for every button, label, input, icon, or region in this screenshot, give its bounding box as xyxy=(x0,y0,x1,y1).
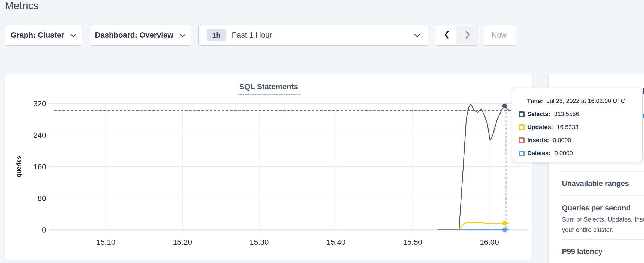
tooltip-series-row: Inserts: 0.0000 xyxy=(519,134,642,147)
svg-text:0: 0 xyxy=(42,226,46,234)
dashboard-dropdown[interactable]: Dashboard: Overview xyxy=(90,25,191,46)
svg-text:240: 240 xyxy=(33,131,46,139)
divider xyxy=(562,239,644,240)
time-window-label: Past 1 Hour xyxy=(232,31,272,39)
selects-swatch-icon xyxy=(519,111,525,117)
time-window-selector[interactable]: 1h Past 1 Hour xyxy=(198,25,429,46)
updates-swatch-icon xyxy=(519,124,525,130)
dashboard-dropdown-label: Dashboard: Overview xyxy=(95,31,173,39)
tooltip-series-row: Updates: 16.5333 xyxy=(519,121,642,134)
svg-text:15:30: 15:30 xyxy=(250,238,269,246)
tooltip-time-value: Jul 28, 2022 at 16:02:00 UTC xyxy=(547,97,625,105)
svg-text:320: 320 xyxy=(33,99,46,108)
svg-text:15:50: 15:50 xyxy=(403,238,422,246)
graph-dropdown[interactable]: Graph: Cluster xyxy=(5,25,82,46)
time-window-badge: 1h xyxy=(207,29,226,41)
tooltip-time-label: Time: xyxy=(527,97,543,105)
metrics-page: Metrics Graph: Cluster Dashboard: Overvi… xyxy=(0,0,644,263)
tooltip-time-row: Time: Jul 28, 2022 at 16:02:00 UTC xyxy=(519,95,642,107)
svg-text:160: 160 xyxy=(33,163,46,171)
sql-statements-chart[interactable]: 08016024032015:1015:2015:3015:4015:5016:… xyxy=(5,74,533,260)
now-button[interactable]: Now xyxy=(483,25,515,46)
sidebar-section-title: Queries per second xyxy=(562,204,631,212)
time-pager xyxy=(436,25,478,46)
prev-time-button[interactable] xyxy=(436,25,457,45)
chevron-down-icon xyxy=(70,31,77,39)
chart-tooltip: Time: Jul 28, 2022 at 16:02:00 UTC Selec… xyxy=(512,88,643,162)
sidebar-section-title: Unavailable ranges xyxy=(562,179,629,188)
sidebar-section-description: Sum of Selects, Updates, Inser your enti… xyxy=(562,214,644,235)
chevron-down-icon xyxy=(179,31,186,39)
chevron-right-icon xyxy=(465,30,471,40)
graph-dropdown-label: Graph: Cluster xyxy=(11,31,64,39)
svg-text:15:40: 15:40 xyxy=(326,238,345,246)
divider xyxy=(562,171,644,172)
tooltip-series-row: Selects: 313.5556 xyxy=(519,108,642,121)
sidebar-section-title: P99 latency xyxy=(562,247,603,256)
divider xyxy=(562,195,644,196)
next-time-button[interactable] xyxy=(457,25,478,45)
tooltip-series-row: Deletes: 0.0000 xyxy=(519,147,642,160)
svg-text:80: 80 xyxy=(38,194,46,203)
svg-text:15:20: 15:20 xyxy=(173,238,192,246)
inserts-swatch-icon xyxy=(519,137,525,143)
clipped-text-fragment xyxy=(643,88,644,94)
deletes-swatch-icon xyxy=(519,151,525,156)
svg-text:15:10: 15:10 xyxy=(96,238,115,246)
svg-text:queries: queries xyxy=(15,156,22,177)
page-title: Metrics xyxy=(5,0,39,12)
svg-text:16:00: 16:00 xyxy=(480,238,499,246)
sql-statements-card: SQL Statements 08016024032015:1015:2015:… xyxy=(5,74,532,260)
chevron-down-icon xyxy=(414,31,420,39)
chevron-left-icon xyxy=(444,30,450,40)
